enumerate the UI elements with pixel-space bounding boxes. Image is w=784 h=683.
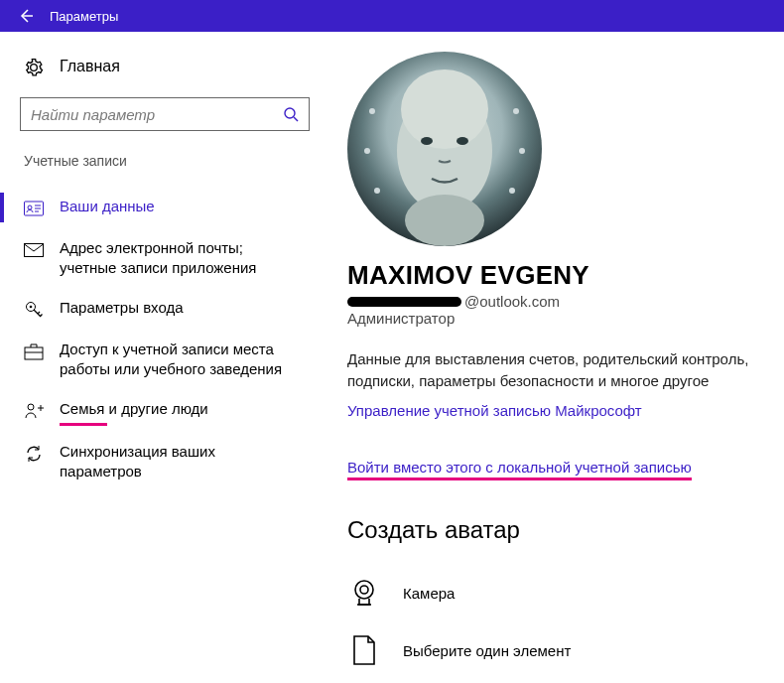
camera-icon: [347, 576, 381, 610]
account-email: @outlook.com: [347, 293, 754, 310]
svg-rect-14: [25, 347, 43, 359]
svg-rect-8: [25, 244, 44, 257]
sidebar: Главная Учетные записи Ваши данные Адрес…: [0, 52, 318, 683]
svg-point-20: [401, 69, 488, 149]
email-domain: @outlook.com: [464, 293, 560, 310]
key-icon: [24, 300, 44, 320]
svg-line-12: [38, 312, 40, 314]
sidebar-item-signin-options[interactable]: Параметры входа: [20, 288, 308, 330]
svg-point-28: [519, 148, 525, 154]
avatar-browse-option[interactable]: Выберите один элемент: [347, 621, 754, 679]
home-label: Главная: [60, 58, 120, 75]
manage-account-link[interactable]: Управление учетной записью Майкрософт: [347, 402, 642, 419]
avatar[interactable]: [347, 52, 542, 246]
sidebar-section-title: Учетные записи: [20, 153, 308, 169]
titlebar: Параметры: [0, 0, 784, 32]
sidebar-item-label: Синхронизация ваших параметров: [60, 442, 298, 481]
svg-line-2: [294, 117, 298, 121]
home-button[interactable]: Главная: [20, 52, 308, 97]
content-area: Главная Учетные записи Ваши данные Адрес…: [0, 32, 784, 683]
svg-point-29: [509, 188, 515, 194]
avatar-image: [347, 52, 542, 246]
local-account-link[interactable]: Войти вместо этого с локальной учетной з…: [347, 459, 692, 476]
camera-label: Камера: [403, 585, 455, 602]
svg-line-11: [34, 310, 41, 317]
avatar-camera-option[interactable]: Камера: [347, 564, 754, 621]
account-description: Данные для выставления счетов, родительс…: [347, 348, 754, 392]
svg-point-23: [405, 195, 484, 246]
people-icon: [24, 401, 44, 421]
search-input[interactable]: [31, 106, 283, 123]
svg-point-30: [355, 581, 373, 599]
account-name: MAXIMOV EVGENY: [347, 260, 754, 291]
svg-point-26: [374, 188, 380, 194]
file-icon: [347, 633, 381, 667]
highlight-underline: [347, 478, 692, 480]
browse-label: Выберите один элемент: [403, 642, 571, 659]
gear-icon: [24, 58, 44, 77]
svg-point-10: [30, 306, 33, 309]
sidebar-item-email-accounts[interactable]: Адрес электронной почты; учетные записи …: [20, 228, 308, 288]
search-icon: [283, 106, 299, 122]
redacted-block: [347, 297, 461, 307]
id-card-icon: [24, 199, 44, 218]
sidebar-item-label: Доступ к учетной записи места работы или…: [60, 340, 298, 379]
sidebar-item-label: Семья и другие люди: [60, 399, 208, 419]
briefcase-icon: [24, 342, 44, 361]
sidebar-item-label: Адрес электронной почты; учетные записи …: [60, 238, 298, 278]
svg-line-13: [41, 315, 43, 317]
account-role: Администратор: [347, 310, 754, 327]
svg-point-27: [513, 108, 519, 114]
svg-point-1: [285, 108, 295, 118]
svg-point-22: [457, 137, 468, 145]
sidebar-item-family[interactable]: Семья и другие люди: [20, 389, 308, 431]
create-avatar-heading: Создать аватар: [347, 516, 754, 544]
mail-icon: [24, 240, 44, 260]
sidebar-item-label: Параметры входа: [60, 298, 184, 318]
svg-point-4: [28, 205, 32, 209]
sidebar-item-your-info[interactable]: Ваши данные: [20, 187, 308, 228]
window-title: Параметры: [50, 9, 118, 24]
sidebar-item-label: Ваши данные: [60, 197, 155, 216]
search-box[interactable]: [20, 97, 310, 131]
arrow-left-icon: [17, 7, 35, 25]
svg-point-21: [421, 137, 433, 145]
back-button[interactable]: [8, 0, 44, 32]
svg-point-24: [369, 108, 375, 114]
svg-point-31: [360, 586, 368, 594]
sidebar-item-work-access[interactable]: Доступ к учетной записи места работы или…: [20, 330, 308, 389]
sync-icon: [24, 444, 44, 464]
sidebar-item-sync[interactable]: Синхронизация ваших параметров: [20, 432, 308, 491]
svg-point-25: [364, 148, 370, 154]
main-panel: MAXIMOV EVGENY @outlook.com Администрато…: [318, 52, 784, 683]
svg-point-16: [28, 404, 34, 410]
